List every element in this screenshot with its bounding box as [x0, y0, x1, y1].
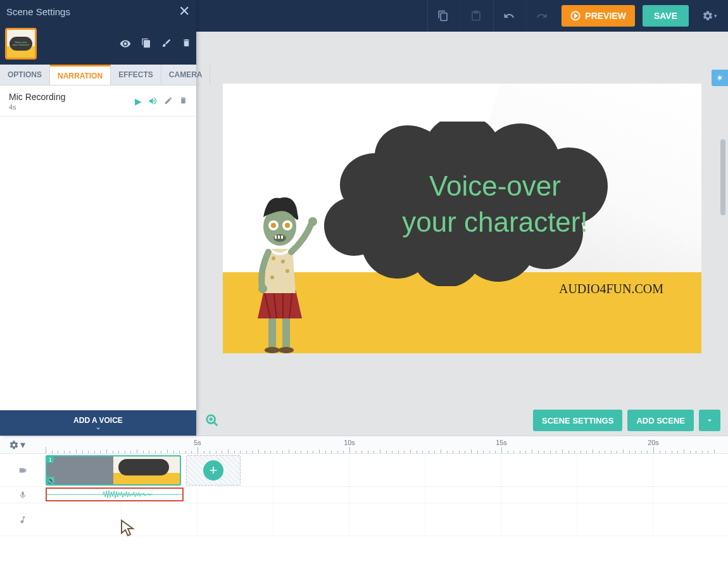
trash-icon[interactable]: [182, 38, 191, 49]
panel-header: Scene Settings ✕: [0, 0, 196, 23]
play-icon[interactable]: ▶: [135, 96, 142, 106]
chevron-down-icon: ⌄: [96, 424, 101, 431]
top-settings-button[interactable]: ▾: [698, 0, 722, 32]
clip-number: 1: [47, 456, 54, 463]
add-voice-button[interactable]: ADD A VOICE ⌄: [0, 410, 196, 436]
panel-thumb-row: Voice-overyour character!: [0, 23, 196, 65]
paste-button[interactable]: [460, 0, 491, 32]
svg-rect-18: [278, 236, 280, 239]
preview-label: PREVIEW: [585, 11, 626, 21]
panel-title: Scene Settings: [6, 6, 70, 17]
video-track[interactable]: 1 🔊 +: [0, 454, 728, 487]
add-scene-button[interactable]: ADD SCENE: [627, 410, 694, 431]
svg-point-9: [308, 217, 317, 226]
redo-button[interactable]: [526, 0, 556, 32]
svg-point-3: [265, 347, 280, 353]
recording-duration: 4s: [9, 103, 65, 111]
svg-rect-19: [281, 236, 283, 239]
save-button[interactable]: SAVE: [643, 5, 689, 27]
tab-narration[interactable]: NARRATION: [50, 65, 111, 85]
zombie-character[interactable]: [242, 189, 318, 353]
svg-point-15: [285, 223, 290, 228]
music-track[interactable]: [0, 503, 728, 536]
side-badge[interactable]: ✶: [712, 70, 728, 86]
svg-point-13: [271, 223, 276, 228]
svg-point-5: [272, 256, 275, 260]
watermark: AUDIO4FUN.COM: [559, 282, 663, 296]
canvas-scrollbar[interactable]: [720, 76, 727, 399]
recording-item[interactable]: Mic Recording 4s ▶: [0, 85, 196, 116]
panel-tabs: OPTIONS NARRATION EFFECTS CAMERA: [0, 65, 196, 85]
cloud-line1: Voice-over: [429, 168, 561, 204]
canvas-area: ✶ Voice-over your character! AUDIO4FUN.C…: [196, 32, 728, 436]
cloud-line2: your character!: [402, 204, 587, 240]
tab-options[interactable]: OPTIONS: [0, 65, 50, 85]
svg-line-21: [214, 422, 218, 426]
cursor-icon: [120, 519, 135, 537]
edit-icon[interactable]: [164, 96, 173, 106]
video-track-icon: [0, 466, 46, 475]
svg-rect-17: [275, 236, 277, 239]
zoom-in-button[interactable]: [205, 413, 219, 427]
audio-clip[interactable]: [46, 487, 184, 501]
speech-cloud: Voice-over your character!: [324, 122, 666, 286]
mic-track-icon: [0, 491, 46, 500]
timeline-tracks: 1 🔊 +: [0, 454, 728, 566]
visibility-icon[interactable]: [120, 38, 131, 49]
tab-effects[interactable]: EFFECTS: [111, 65, 161, 85]
clip-audio-icon[interactable]: 🔊: [47, 477, 54, 484]
scene-thumbnail[interactable]: Voice-overyour character!: [5, 28, 37, 60]
svg-point-10: [258, 284, 267, 293]
save-label: SAVE: [654, 11, 677, 21]
close-icon[interactable]: ✕: [179, 3, 190, 20]
music-track-icon: [0, 515, 46, 524]
timeline-settings-button[interactable]: ▾: [9, 439, 25, 451]
svg-point-7: [286, 269, 289, 273]
delete-recording-icon[interactable]: [179, 96, 187, 106]
duplicate-icon[interactable]: [141, 38, 151, 49]
preview-button[interactable]: PREVIEW: [562, 5, 635, 27]
timeline: ▾ 5s10s15s20s 1 🔊 +: [0, 436, 728, 566]
add-scene-dropdown[interactable]: [699, 410, 720, 431]
canvas-controls: SCENE SETTINGS ADD SCENE: [196, 405, 728, 436]
recording-actions: ▶: [135, 96, 187, 106]
volume-icon[interactable]: [148, 96, 158, 106]
copy-button[interactable]: [427, 0, 458, 32]
panel-tools: [120, 38, 191, 49]
scene-clip[interactable]: 1 🔊: [46, 455, 181, 486]
svg-point-8: [270, 275, 274, 279]
brush-icon[interactable]: [161, 38, 172, 49]
svg-point-4: [279, 347, 294, 353]
scene-settings-button[interactable]: SCENE SETTINGS: [533, 410, 622, 431]
tab-camera[interactable]: CAMERA: [161, 65, 211, 85]
plus-icon: +: [203, 460, 223, 481]
narration-track[interactable]: [0, 487, 728, 503]
recording-title: Mic Recording: [9, 92, 65, 102]
scene-settings-panel: Scene Settings ✕ Voice-overyour characte…: [0, 0, 196, 436]
scene-canvas[interactable]: Voice-over your character! AUDIO4FUN.COM: [223, 84, 701, 353]
timeline-ruler[interactable]: ▾ 5s10s15s20s: [0, 436, 728, 454]
svg-point-6: [281, 260, 285, 263]
svg-rect-1: [268, 315, 276, 347]
panel-body: Mic Recording 4s ▶: [0, 85, 196, 410]
svg-rect-2: [282, 315, 290, 347]
undo-button[interactable]: [493, 0, 524, 32]
add-clip-button[interactable]: +: [186, 455, 241, 486]
